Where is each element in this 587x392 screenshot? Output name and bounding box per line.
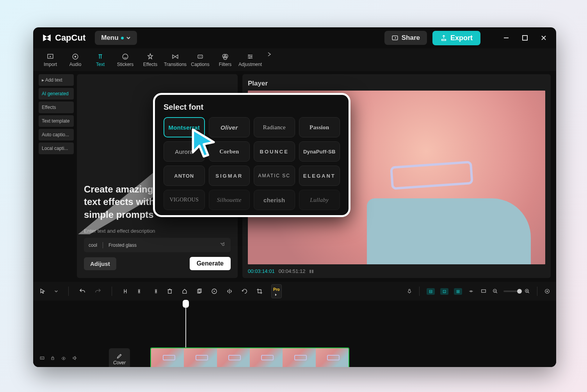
svg-rect-24 — [52, 358, 54, 360]
font-amatic[interactable]: AMATIC SC — [254, 166, 295, 186]
pro-badge[interactable]: Pro — [271, 284, 282, 298]
chip-cool: cool — [89, 242, 97, 248]
zoom-out-icon[interactable] — [493, 289, 498, 294]
font-lullaby[interactable]: Lullaby — [299, 190, 340, 210]
filters-icon — [222, 52, 229, 61]
demo-cursor-icon — [186, 124, 222, 160]
player-title: Player — [248, 80, 545, 87]
shuffle-icon[interactable] — [219, 242, 226, 248]
export-icon — [440, 34, 447, 41]
svg-point-25 — [63, 358, 64, 359]
video-clip[interactable] — [150, 347, 349, 367]
sidebar-item-auto-captions[interactable]: Auto captio... — [39, 129, 74, 141]
effects-icon — [147, 52, 154, 61]
delete-icon[interactable] — [167, 288, 173, 295]
transitions-icon — [171, 52, 179, 61]
minimize-icon[interactable] — [502, 34, 510, 42]
zoom-in-icon[interactable] — [525, 289, 530, 294]
tab-effects[interactable]: Effects — [139, 51, 162, 69]
font-elegant[interactable]: ELEGANT — [299, 166, 340, 186]
font-radiance[interactable]: Radiance — [254, 117, 295, 137]
svg-point-22 — [546, 290, 548, 292]
rotate-icon[interactable] — [242, 288, 248, 294]
clip-thumb — [151, 348, 184, 367]
ai-sub: Enter text and effect description — [84, 228, 231, 234]
tag-icon[interactable] — [181, 288, 188, 295]
tool-tabbar: Import Audio Text Stickers Effects Trans… — [33, 48, 556, 71]
sidebar-item-effects[interactable]: Effects — [39, 102, 74, 113]
font-vigorous[interactable]: VIGOROUS — [164, 190, 205, 210]
svg-point-4 — [75, 56, 76, 58]
trim-left-icon[interactable] — [137, 288, 143, 295]
track-toggle-icon[interactable] — [39, 355, 45, 362]
track-align-3-icon[interactable]: ⊞ — [454, 288, 462, 295]
share-button[interactable]: Share — [384, 31, 427, 45]
font-passion[interactable]: Passion — [299, 117, 340, 137]
tab-import[interactable]: Import — [39, 51, 62, 69]
titlebar: CapCut Menu Share Export — [33, 27, 556, 48]
tab-audio[interactable]: Audio — [64, 51, 87, 69]
font-dynapuff[interactable]: DynaPuff-SB — [299, 141, 340, 162]
export-label: Export — [450, 34, 473, 42]
audio-icon — [72, 52, 79, 61]
close-icon[interactable] — [540, 34, 548, 42]
font-silhouette[interactable]: Silhouette — [209, 190, 250, 210]
app-name: CapCut — [55, 33, 85, 43]
zoom-slider[interactable] — [503, 290, 519, 292]
track-align-1-icon[interactable]: ⊟ — [427, 288, 435, 295]
copy-icon[interactable] — [196, 288, 203, 295]
tabs-more-icon[interactable] — [263, 51, 275, 58]
tab-captions[interactable]: Captions — [189, 51, 212, 69]
tab-adjustment[interactable]: Adjustment — [238, 51, 262, 69]
eye-icon[interactable] — [60, 355, 67, 362]
menu-label: Menu — [101, 34, 118, 42]
tab-transitions[interactable]: Transitions — [164, 51, 187, 69]
maximize-icon[interactable] — [521, 34, 529, 42]
export-button[interactable]: Export — [432, 31, 480, 45]
sidebar-item-text-template[interactable]: Text template — [39, 115, 74, 127]
timecodes: 00:03:14:01 00:04:51:12 ▮▮ — [248, 268, 545, 274]
cover-button[interactable]: Cover — [109, 348, 130, 367]
fit-icon[interactable] — [544, 289, 550, 294]
track-align-2-icon[interactable]: ⊡ — [440, 288, 448, 295]
lock-icon[interactable] — [50, 355, 55, 362]
timeline[interactable]: Cover — [33, 301, 556, 367]
sidebar-item-ai-generated[interactable]: AI generated — [39, 88, 74, 100]
split-icon[interactable] — [122, 288, 128, 295]
cursor-dropdown-icon[interactable] — [54, 289, 58, 293]
crop-icon[interactable] — [256, 288, 263, 294]
svg-point-12 — [249, 57, 250, 59]
stickers-icon — [122, 52, 129, 61]
sidebar-item-local-captions[interactable]: Local capti... — [39, 143, 74, 154]
svg-rect-18 — [482, 290, 486, 292]
svg-point-5 — [123, 54, 128, 59]
tab-stickers[interactable]: Stickers — [114, 51, 137, 69]
redo-icon[interactable] — [94, 288, 101, 295]
track-controls — [39, 355, 78, 362]
ai-actions: Adijust Generate — [84, 257, 231, 270]
mirror-icon[interactable] — [226, 288, 233, 294]
select-font-modal: Select font Montserrat Oliver Radiance P… — [153, 93, 350, 217]
prompt-input-row[interactable]: cool Frosted glass — [84, 238, 231, 252]
font-cherish[interactable]: cherish — [254, 190, 295, 210]
sidebar-item-add-text[interactable]: ▸ Add text — [39, 74, 74, 86]
adjust-button[interactable]: Adijust — [84, 257, 116, 270]
undo-icon[interactable] — [79, 288, 86, 295]
record-icon[interactable] — [211, 288, 217, 294]
clip-thumb — [250, 348, 283, 367]
cursor-tool-icon[interactable] — [39, 288, 46, 295]
menu-button[interactable]: Menu — [95, 31, 137, 45]
font-anton[interactable]: ANTON — [164, 166, 205, 186]
snap-icon[interactable] — [468, 289, 475, 294]
mic-icon[interactable] — [407, 288, 412, 295]
preview-mode-icon[interactable] — [480, 289, 487, 294]
svg-point-11 — [251, 56, 252, 57]
text-icon — [96, 52, 104, 61]
trim-right-icon[interactable] — [152, 288, 158, 295]
mute-icon[interactable] — [72, 355, 78, 362]
font-sigmar[interactable]: SIGMAR — [209, 166, 250, 186]
font-bounce[interactable]: BOUNCE — [254, 141, 295, 162]
tab-filters[interactable]: Filters — [213, 51, 237, 69]
tab-text[interactable]: Text — [89, 51, 112, 69]
generate-button[interactable]: Generate — [190, 257, 231, 270]
